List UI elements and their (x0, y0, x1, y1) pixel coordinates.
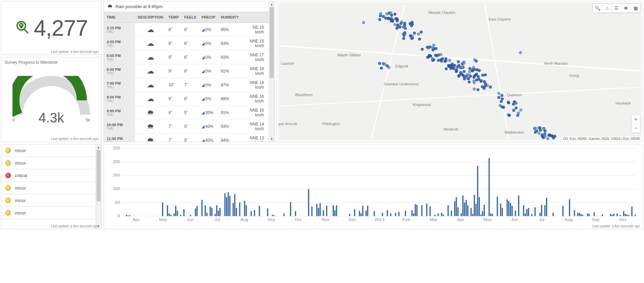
map-data-point[interactable] (497, 96, 500, 99)
map-data-point[interactable] (403, 24, 406, 27)
map-data-point[interactable] (428, 46, 431, 49)
map-data-point[interactable] (378, 18, 381, 21)
map-data-point[interactable] (507, 101, 510, 104)
map-data-point[interactable] (546, 137, 549, 140)
map-data-point[interactable] (519, 108, 522, 111)
map-data-point[interactable] (458, 74, 461, 77)
map-data-point[interactable] (553, 135, 556, 138)
map-data-point[interactable] (466, 76, 469, 79)
map-data-point[interactable] (421, 48, 424, 51)
map-data-point[interactable] (420, 31, 423, 34)
map-data-point[interactable] (475, 73, 478, 76)
map-data-point[interactable] (475, 60, 478, 63)
map-data-point[interactable] (547, 134, 550, 137)
map-data-point[interactable] (472, 76, 475, 79)
alert-row[interactable]: minor (1, 182, 96, 194)
map-data-point[interactable] (434, 47, 437, 50)
map-data-point[interactable] (543, 129, 546, 132)
alert-row[interactable]: minor (1, 194, 96, 207)
map-zoom-out-button[interactable]: − (632, 124, 640, 133)
map-data-point[interactable] (386, 64, 389, 67)
map-data-point[interactable] (537, 132, 540, 135)
map-data-point[interactable] (390, 20, 393, 23)
map-data-point[interactable] (396, 19, 399, 22)
map-data-point[interactable] (411, 35, 414, 38)
map-search-button[interactable]: 🔍 (593, 4, 602, 12)
map-data-point[interactable] (429, 55, 432, 58)
map-data-point[interactable] (394, 23, 397, 26)
map-data-point[interactable] (461, 65, 464, 68)
map-data-point[interactable] (519, 51, 522, 54)
weather-scrollbar[interactable]: ▲ ▼ (269, 1, 274, 142)
map-data-point[interactable] (385, 12, 388, 16)
map-data-point[interactable] (380, 66, 383, 69)
map-data-point[interactable] (500, 100, 503, 103)
map-data-point[interactable] (418, 37, 421, 40)
map-data-point[interactable] (480, 80, 483, 83)
map-data-point[interactable] (459, 71, 462, 74)
map-data-point[interactable] (534, 127, 537, 130)
map-layers-button[interactable]: ❖ (621, 4, 631, 12)
map-data-point[interactable] (507, 113, 510, 116)
map-data-point[interactable] (441, 57, 444, 60)
map-basemap-button[interactable]: ▦ (631, 4, 640, 12)
map-data-point[interactable] (477, 88, 480, 91)
map-data-point[interactable] (397, 24, 400, 27)
map-data-point[interactable] (484, 82, 487, 85)
map-data-point[interactable] (379, 15, 382, 18)
map-data-point[interactable] (394, 12, 397, 16)
map-data-point[interactable] (497, 92, 500, 95)
map-data-point[interactable] (514, 102, 517, 105)
map-data-point[interactable] (463, 70, 466, 73)
alert-row[interactable]: minor (1, 144, 96, 157)
map-legend-button[interactable]: ☰ (612, 4, 621, 12)
map-zoom-in-button[interactable]: + (632, 115, 640, 124)
map-data-point[interactable] (473, 88, 476, 91)
map-data-point[interactable] (413, 32, 416, 35)
map-data-point[interactable] (400, 22, 403, 25)
map-data-point[interactable] (396, 27, 399, 30)
map-data-point[interactable] (437, 59, 440, 62)
map-data-point[interactable] (543, 133, 546, 136)
map-data-point[interactable] (448, 59, 451, 62)
map-data-point[interactable] (471, 68, 474, 71)
map-data-point[interactable] (402, 37, 405, 40)
map-data-point[interactable] (455, 69, 458, 73)
scroll-down-button[interactable]: ▼ (269, 136, 274, 142)
map-data-point[interactable] (389, 11, 392, 15)
map-home-button[interactable]: ⌂ (602, 4, 612, 12)
map-data-point[interactable] (516, 114, 519, 117)
map-data-point[interactable] (478, 69, 481, 72)
map-data-point[interactable] (449, 64, 452, 67)
scroll-up-button[interactable]: ▲ (96, 144, 101, 150)
alerts-scrollbar[interactable]: ▲ ▼ (96, 144, 101, 229)
map-data-point[interactable] (443, 60, 446, 63)
map-data-point[interactable] (467, 81, 471, 84)
map-data-point[interactable] (489, 85, 492, 88)
map-data-point[interactable] (456, 65, 459, 68)
map-data-point[interactable] (439, 53, 442, 56)
map-data-point[interactable] (378, 62, 381, 65)
map-data-point[interactable] (411, 23, 414, 26)
map-data-point[interactable] (435, 54, 438, 57)
map-data-point[interactable] (500, 94, 503, 97)
map-panel[interactable]: Steeple ClaydonEast ClaydonMarsh GibbonN… (277, 1, 643, 142)
alert-row[interactable]: critical (1, 169, 96, 182)
map-data-point[interactable] (481, 74, 484, 77)
map-data-point[interactable] (417, 32, 420, 35)
map-data-point[interactable] (457, 60, 460, 63)
map-data-point[interactable] (384, 17, 387, 20)
map-data-point[interactable] (481, 85, 484, 88)
map-data-point[interactable] (462, 61, 465, 64)
map-data-point[interactable] (431, 46, 434, 49)
map-data-point[interactable] (403, 31, 406, 34)
map-data-point[interactable] (501, 106, 504, 109)
map-data-point[interactable] (445, 67, 448, 70)
map-data-point[interactable] (466, 73, 469, 76)
map-data-point[interactable] (362, 21, 365, 24)
alert-row[interactable]: minor (1, 157, 96, 169)
map-data-point[interactable] (512, 109, 515, 112)
map-data-point[interactable] (539, 129, 542, 132)
scroll-up-button[interactable]: ▲ (269, 1, 274, 7)
alert-row[interactable]: minor (1, 207, 96, 219)
